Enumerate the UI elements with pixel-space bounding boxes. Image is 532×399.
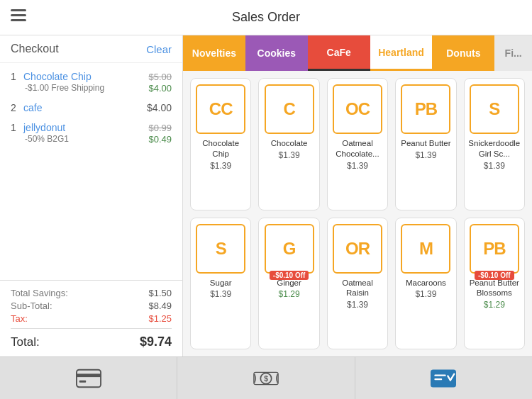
product-price: $1.39 (279, 150, 300, 160)
svg-text:$: $ (264, 375, 268, 383)
product-price: $1.39 (347, 161, 368, 171)
product-name: Peanut Butter Blossoms (468, 278, 521, 299)
cash-button[interactable]: $ (177, 357, 355, 399)
product-initial-box: M (401, 224, 450, 274)
tab-donuts-label: Donuts (446, 47, 480, 59)
tab-cafe-label: CaFe (327, 47, 351, 58)
product-card[interactable]: SSugar$1.39 (190, 218, 251, 350)
product-name: Macaroons (406, 278, 446, 288)
product-price: $1.39 (210, 289, 231, 299)
tab-cafe[interactable]: CaFe (308, 35, 370, 71)
tab-heartland[interactable]: Heartland (370, 35, 433, 71)
tab-novelties-label: Novelties (192, 47, 236, 59)
item-discount-label: -50% B2G1 (25, 134, 69, 145)
products-grid: CCChocolate Chip$1.39CChocolate$1.39OCOa… (183, 71, 532, 356)
product-initials: S (489, 99, 499, 119)
item-quantity: 1 (11, 122, 19, 133)
grand-total-value: $9.74 (140, 335, 172, 349)
tax-value: $1.25 (148, 313, 172, 324)
product-initial-box: S (470, 84, 519, 134)
product-initial-box: PB (401, 84, 450, 134)
item-final-price: $0.49 (148, 134, 172, 145)
check-payment-icon (431, 366, 456, 391)
product-card[interactable]: CCChocolate Chip$1.39 (190, 78, 251, 210)
tax-label: Tax: (11, 313, 28, 324)
product-initial-box: OR (333, 224, 382, 274)
item-original-price: $5.00 (148, 72, 172, 82)
savings-label: Total Savings: (11, 288, 68, 298)
credit-card-icon (76, 366, 101, 391)
payment-button[interactable] (0, 357, 177, 399)
right-panel: Novelties Cookies CaFe Heartland Donuts … (183, 35, 532, 356)
tax-row: Tax: $1.25 (11, 313, 172, 324)
list-item: 2 cafe $4.00 (0, 98, 182, 118)
product-initials: PB (415, 99, 437, 119)
product-card[interactable]: CChocolate$1.39 (258, 78, 319, 210)
product-initials: C (283, 99, 294, 119)
product-card[interactable]: PBPeanut Butter$1.39 (395, 78, 456, 210)
list-item: 1 Chocolate Chip $5.00 -$1.00 Free Shipp… (0, 67, 182, 98)
svg-rect-5 (79, 380, 85, 382)
product-initial-box: OC (333, 84, 382, 134)
item-final-price: $4.00 (148, 83, 172, 94)
savings-row: Total Savings: $1.50 (11, 288, 172, 298)
product-card[interactable]: OROatmeal Raisin$1.39 (327, 218, 388, 350)
check-payment-button[interactable] (355, 357, 532, 399)
app-container: Sales Order Checkout Clear 1 Chocolate C… (0, 0, 532, 399)
product-initials: CC (209, 99, 233, 119)
left-panel: Checkout Clear 1 Chocolate Chip $5.00 -$… (0, 35, 183, 356)
svg-rect-0 (11, 9, 26, 11)
item-main-row: 1 jellydonut $0.99 (11, 122, 172, 133)
product-initials: M (419, 239, 433, 259)
item-name[interactable]: cafe (23, 102, 143, 113)
tab-more-label: Fi... (505, 47, 522, 59)
product-name: Peanut Butter (401, 138, 450, 149)
main-content: Checkout Clear 1 Chocolate Chip $5.00 -$… (0, 35, 532, 356)
product-initials: OC (345, 99, 370, 119)
product-initial-box: C (265, 84, 314, 134)
product-initials: G (283, 239, 296, 259)
product-initials: PB (483, 239, 505, 259)
product-initial-box: S (196, 224, 245, 274)
item-original-price: $0.99 (148, 123, 172, 133)
product-card[interactable]: PB-$0.10 OffPeanut Butter Blossoms$1.29 (464, 218, 525, 350)
product-price: $1.29 (484, 300, 505, 310)
product-card[interactable]: SSnickerdoodle Girl Sc...$1.39 (464, 78, 525, 210)
product-card[interactable]: MMacaroons$1.39 (395, 218, 456, 350)
checkout-header: Checkout Clear (0, 35, 182, 63)
discount-badge: -$0.10 Off (270, 271, 309, 280)
product-price: $1.39 (347, 300, 368, 310)
subtotal-value: $8.49 (148, 300, 172, 311)
tab-novelties[interactable]: Novelties (183, 35, 245, 71)
product-card[interactable]: G-$0.10 OffGinger$1.29 (258, 218, 319, 350)
product-name: Chocolate Chip (194, 138, 247, 159)
grand-total-label: Total: (11, 335, 40, 349)
item-discount-row: -50% B2G1 $0.49 (11, 134, 172, 145)
product-name: Sugar (210, 278, 232, 288)
tab-cookies[interactable]: Cookies (245, 35, 308, 71)
header: Sales Order (0, 0, 532, 35)
totals-section: Total Savings: $1.50 Sub-Total: $8.49 Ta… (0, 280, 182, 356)
product-price: $1.39 (415, 150, 436, 160)
product-price: $1.29 (279, 289, 300, 299)
product-initial-box: CC (196, 84, 245, 134)
item-name[interactable]: Chocolate Chip (23, 71, 144, 82)
item-name[interactable]: jellydonut (23, 122, 144, 133)
clear-button[interactable]: Clear (146, 43, 172, 55)
svg-rect-3 (77, 369, 101, 387)
category-tabs: Novelties Cookies CaFe Heartland Donuts … (183, 35, 532, 71)
svg-rect-11 (435, 378, 443, 380)
page-title: Sales Order (232, 10, 300, 25)
tab-cookies-label: Cookies (257, 47, 296, 59)
menu-icon[interactable] (11, 9, 26, 26)
product-card[interactable]: OCOatmeal Chocolate...$1.39 (327, 78, 388, 210)
cash-icon: $ (253, 366, 279, 391)
product-price: $1.39 (415, 289, 436, 299)
svg-rect-10 (435, 374, 446, 376)
tab-more[interactable]: Fi... (494, 35, 532, 71)
item-quantity: 2 (11, 102, 19, 113)
product-name: Snickerdoodle Girl Sc... (468, 138, 521, 159)
product-initial-box: PB (470, 224, 519, 274)
product-name: Oatmeal Raisin (331, 278, 384, 299)
tab-donuts[interactable]: Donuts (432, 35, 494, 71)
